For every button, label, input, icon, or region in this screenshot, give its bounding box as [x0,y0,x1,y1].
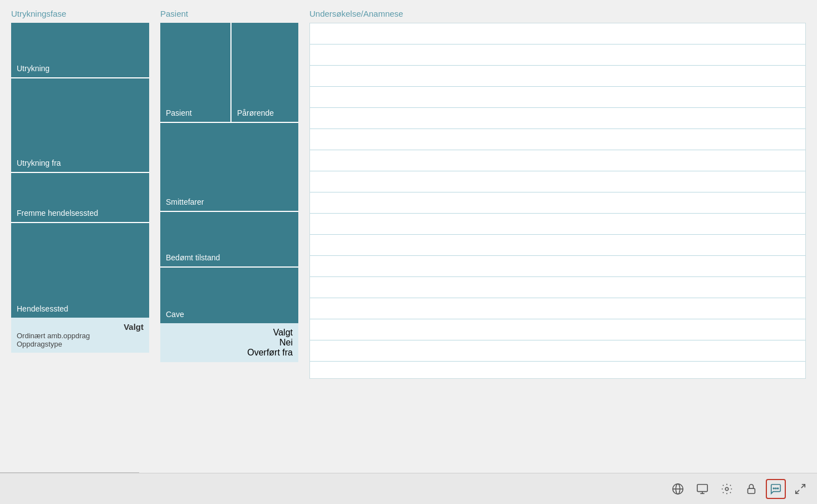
line-10 [310,214,805,235]
spacer-area [0,428,817,473]
line-8 [310,171,805,192]
line-6 [310,129,805,150]
col3-header: Undersøkelse/Anamnese [309,9,806,18]
line-15 [310,319,805,340]
svg-point-9 [773,488,774,489]
col1-oppdrag-label: Ordinært amb.oppdrag [17,332,90,340]
settings-icon[interactable] [717,479,737,499]
col1-valgt: Valgt [124,322,144,332]
card-hendelsessted[interactable]: Hendelsessted [11,223,149,318]
col1-bottom: Valgt Ordinært amb.oppdrag Oppdragstype [11,318,149,353]
card-utrykning[interactable]: Utrykning [11,23,149,78]
card-hendelsessted-label: Hendelsessted [17,304,68,313]
globe-icon[interactable] [668,479,688,499]
card-pasient-label: Pasient [166,108,192,117]
line-9 [310,192,805,214]
col-utrykningsfase: Utrykningsfase Utrykning Utrykning fra F… [11,9,149,353]
columns-container: Utrykningsfase Utrykning Utrykning fra F… [11,9,806,379]
svg-line-11 [801,484,805,487]
taskbar [0,473,817,504]
svg-point-6 [725,487,729,491]
card-cave-label: Cave [166,310,184,319]
col2-overfört-label: Overført fra [247,348,293,357]
chat-icon[interactable] [766,479,786,499]
svg-rect-3 [697,484,707,491]
card-bedomt[interactable]: Bedømt tilstand [160,212,298,268]
col1-header: Utrykningsfase [11,9,149,18]
line-2 [310,45,805,66]
spacer-line [0,472,139,473]
line-16 [310,340,805,362]
line-4 [310,87,805,108]
card-utrykning-fra-label: Utrykning fra [17,159,61,167]
card-fremme-label: Fremme hendelsessted [17,209,98,218]
svg-point-10 [777,488,779,489]
col1-cards: Utrykning Utrykning fra Fremme hendelses… [11,23,149,353]
col2-cards: Pasient Pårørende Smittefarer Bedømt til… [160,23,298,362]
line-11 [310,235,805,256]
lock-icon[interactable] [741,479,761,499]
card-pasient[interactable]: Pasient [160,23,232,123]
card-cave[interactable]: Cave [160,268,298,323]
col2-header: Pasient [160,9,298,18]
svg-point-8 [775,488,776,489]
col1-sub-row2: Oppdragstype [17,340,144,348]
card-utrykning-fra[interactable]: Utrykning fra [11,78,149,173]
line-12 [310,256,805,277]
card-parorende[interactable]: Pårørende [232,23,298,123]
card-bedomt-label: Bedømt tilstand [166,253,220,262]
svg-rect-7 [748,488,755,493]
col2-nei-label: Nei [279,338,293,347]
card-parorende-label: Pårørende [237,108,274,117]
anamnese-textarea[interactable] [309,23,806,379]
line-5 [310,108,805,129]
line-7 [310,150,805,171]
card-fremme[interactable]: Fremme hendelsessted [11,173,149,223]
col1-oppdragstype-label: Oppdragstype [17,340,62,348]
resize-icon[interactable] [790,479,810,499]
col-pasient: Pasient Pasient Pårørende Smittefarer Be… [160,9,298,362]
card-smittefarer-label: Smittefarer [166,197,204,206]
svg-line-12 [796,490,799,493]
col2-sub-row2: Overført fra [247,348,293,358]
line-3 [310,66,805,87]
display-icon[interactable] [692,479,712,499]
main-content: Utrykningsfase Utrykning Utrykning fra F… [0,0,817,428]
col2-bottom: Valgt Nei Overført fra [160,323,298,362]
line-13 [310,277,805,298]
col-undersokelse: Undersøkelse/Anamnese [309,9,806,379]
card-smittefarer[interactable]: Smittefarer [160,123,298,212]
col2-sub-row1: Nei [279,338,293,348]
col2-valgt: Valgt [273,328,293,338]
card-utrykning-label: Utrykning [17,64,50,73]
line-1 [310,23,805,45]
line-14 [310,298,805,319]
col1-sub-row1: Ordinært amb.oppdrag [17,332,144,340]
pasient-row1: Pasient Pårørende [160,23,298,123]
